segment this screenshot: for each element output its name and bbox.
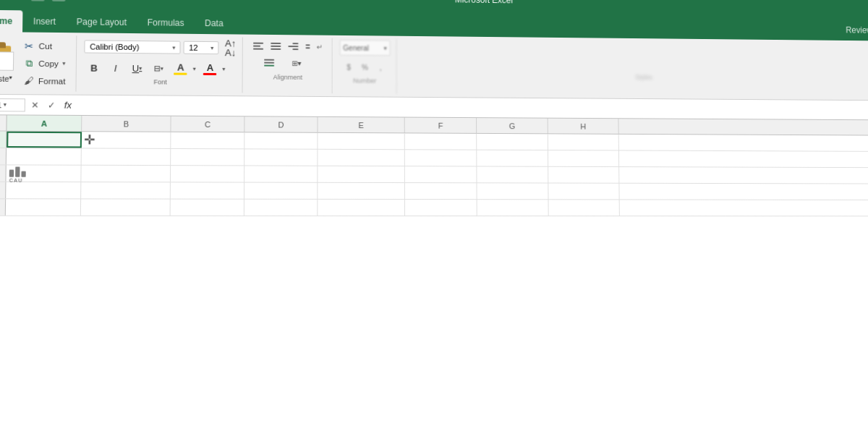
wrap-text-button[interactable]: ↵ — [302, 39, 326, 54]
col-header-h[interactable]: H — [548, 119, 619, 134]
align-right-icon — [288, 43, 298, 50]
col-header-c[interactable]: C — [171, 116, 244, 132]
formula-input[interactable] — [75, 98, 868, 116]
format-painter-button[interactable]: 🖌 Format — [18, 72, 70, 89]
cell-a5[interactable] — [6, 199, 81, 216]
cell-b3[interactable] — [81, 166, 171, 182]
cell-e2[interactable] — [318, 150, 404, 166]
col-header-b[interactable]: B — [82, 116, 171, 132]
number-format-selector[interactable]: General ▾ — [339, 40, 390, 56]
cell-g2[interactable] — [477, 150, 548, 166]
row-header-2[interactable]: 2 — [0, 148, 7, 165]
tab-page-layout[interactable]: Page Layout — [66, 11, 137, 33]
paste-button[interactable]: Paste ▾ — [0, 41, 19, 86]
cell-reference-box[interactable]: A1 ▾ — [0, 98, 25, 111]
cell-f4[interactable] — [405, 183, 477, 199]
cell-d2[interactable] — [244, 149, 318, 165]
currency-button[interactable]: $ — [341, 59, 356, 76]
font-color-dropdown-arrow[interactable]: ▾ — [223, 66, 226, 72]
underline-dropdown-arrow[interactable]: ▾ — [139, 65, 142, 72]
font-color-button[interactable]: A — [200, 62, 221, 75]
highlight-color-button[interactable]: A — [170, 62, 191, 75]
tab-home[interactable]: Home — [0, 10, 23, 33]
font-name-selector[interactable]: Calibri (Body) ▾ — [85, 40, 181, 54]
cell-f1[interactable] — [405, 133, 477, 149]
clipboard-group: Paste ▾ ✂ Cut ⧉ Copy ▾ 🖌 — [0, 35, 77, 92]
cell-d4[interactable] — [244, 183, 318, 199]
tab-formulas[interactable]: Formulas — [137, 12, 195, 34]
cell-g5[interactable] — [477, 200, 549, 216]
cell-c5[interactable] — [171, 200, 244, 216]
cell-d5[interactable] — [244, 200, 318, 216]
cell-h5[interactable] — [549, 200, 620, 216]
cell-g1[interactable] — [477, 134, 548, 150]
row-header-3[interactable]: 3 — [0, 165, 7, 182]
paste-dropdown-arrow[interactable]: ▾ — [9, 75, 12, 81]
cell-f5[interactable] — [405, 200, 477, 216]
cell-e4[interactable] — [318, 183, 405, 199]
border-dropdown-arrow[interactable]: ▾ — [161, 65, 163, 72]
paste-icon — [0, 43, 14, 73]
cell-b4[interactable] — [81, 182, 171, 199]
cell-d1[interactable] — [244, 132, 318, 148]
cell-d3[interactable] — [244, 166, 318, 182]
col-header-a[interactable]: A — [7, 115, 82, 131]
cell-c1[interactable] — [171, 132, 244, 149]
cell-f3[interactable] — [405, 166, 477, 182]
underline-button[interactable]: U ▾ — [127, 59, 147, 77]
cell-h4[interactable] — [548, 183, 619, 199]
col-header-e[interactable]: E — [318, 117, 404, 133]
copy-button[interactable]: ⧉ Copy ▾ — [18, 55, 70, 72]
cell-c4[interactable] — [171, 182, 244, 198]
cell-b2[interactable] — [82, 148, 171, 165]
undo-icon[interactable] — [52, 0, 66, 1]
cell-c3[interactable] — [171, 166, 244, 182]
row-header-1[interactable]: 1 — [0, 131, 7, 148]
tab-review[interactable]: Review — [836, 20, 868, 41]
col-header-f[interactable]: F — [405, 118, 477, 133]
cell-e3[interactable] — [318, 166, 405, 182]
col-header-g[interactable]: G — [477, 118, 548, 133]
percent-button[interactable]: % — [357, 59, 372, 76]
merge-cells-button[interactable]: ⊞▾ — [278, 56, 315, 70]
confirm-formula-button[interactable]: ✓ — [45, 98, 59, 111]
col-header-d[interactable]: D — [244, 116, 318, 132]
cell-b1[interactable]: ✛ — [82, 132, 171, 148]
cell-a4[interactable] — [6, 182, 81, 199]
cell-f2[interactable] — [405, 150, 477, 166]
align-top-left-button[interactable] — [250, 39, 265, 54]
cell-c2[interactable] — [171, 149, 244, 165]
font-size-selector[interactable]: 12 ▾ — [184, 41, 219, 54]
align-right-button[interactable] — [285, 39, 301, 54]
bold-button[interactable]: B — [84, 59, 103, 76]
comma-button[interactable]: , — [373, 59, 388, 76]
border-button[interactable]: ⊟ ▾ — [149, 59, 169, 77]
ribbon: Paste ▾ ✂ Cut ⧉ Copy ▾ 🖌 — [0, 32, 868, 101]
cell-a1[interactable] — [7, 132, 82, 148]
cell-g4[interactable] — [477, 183, 548, 199]
cell-e5[interactable] — [318, 200, 405, 216]
cell-a2[interactable] — [7, 148, 82, 165]
font-selector-row: Calibri (Body) ▾ 12 ▾ A↑ A↓ — [85, 37, 237, 57]
cell-h3[interactable] — [548, 167, 619, 183]
cell-e1[interactable] — [318, 133, 404, 149]
cell-h1[interactable] — [548, 134, 619, 150]
save-icon[interactable] — [31, 0, 45, 1]
row-header-4[interactable]: 4 — [0, 182, 6, 199]
cell-g3[interactable] — [477, 166, 548, 182]
font-decrease-button[interactable]: A↓ — [225, 48, 236, 57]
number-format-buttons: $ % , — [341, 59, 388, 76]
cell-h2[interactable] — [548, 150, 619, 166]
align-center-button[interactable] — [268, 39, 284, 54]
cut-button[interactable]: ✂ Cut — [18, 38, 70, 54]
align-bottom-button[interactable] — [261, 56, 277, 70]
cell-b5[interactable] — [81, 199, 171, 215]
italic-button[interactable]: I — [106, 59, 125, 77]
cancel-formula-button[interactable]: ✕ — [28, 98, 42, 111]
highlight-dropdown-arrow[interactable]: ▾ — [193, 65, 196, 72]
tab-data[interactable]: Data — [195, 12, 234, 34]
align-lines-icon — [253, 43, 263, 50]
cell-a3[interactable]: CAU — [6, 165, 81, 182]
copy-dropdown-arrow[interactable]: ▾ — [62, 60, 65, 67]
tab-insert[interactable]: Insert — [22, 10, 66, 33]
